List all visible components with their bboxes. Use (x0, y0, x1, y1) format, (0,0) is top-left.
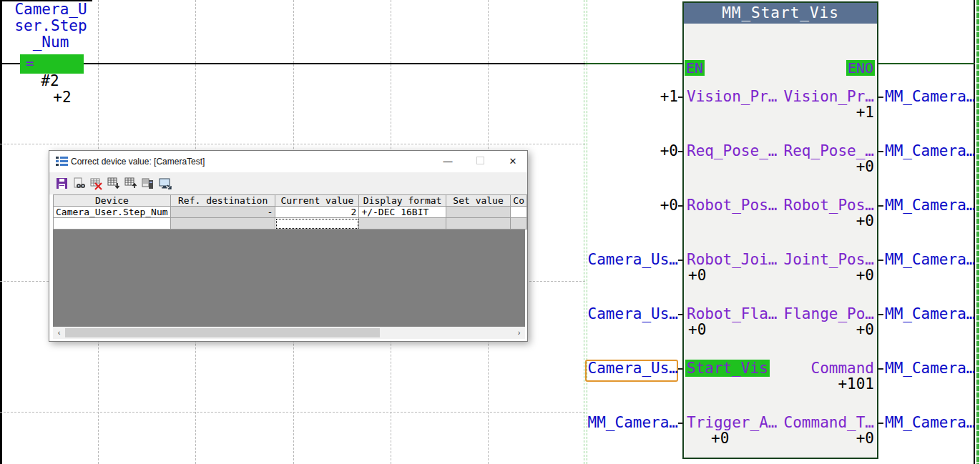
rung-line-green (585, 63, 683, 64)
close-button[interactable]: ✕ (497, 151, 529, 172)
table-background-area (53, 229, 525, 327)
dialog-titlebar[interactable]: Correct device value: [CameraTest] — ✕ (49, 151, 527, 172)
fb-output-pin[interactable]: Vision_Pr… (744, 88, 874, 105)
pin-connector (878, 205, 883, 207)
horizontal-scrollbar[interactable]: ‹ › (53, 327, 525, 339)
dialog-app-icon (56, 156, 68, 167)
col-display-format: Display format (359, 195, 446, 207)
cell-set-value-empty (446, 218, 511, 229)
delete-row-icon[interactable] (90, 177, 103, 190)
fb-output-pin[interactable]: Command (744, 360, 874, 377)
page-break-line-horizontal (0, 412, 585, 413)
ladder-wrap-rail (584, 0, 587, 464)
pin-connector (678, 368, 683, 370)
col-ref-destination: Ref. destination (170, 195, 275, 207)
scroll-left-arrow[interactable]: ‹ (53, 327, 65, 339)
scrollbar-thumb[interactable] (65, 328, 380, 337)
rung-line-green (878, 63, 975, 64)
pin-connector (878, 314, 883, 315)
pin-connector (678, 260, 683, 261)
compare-contact[interactable]: = (20, 54, 84, 74)
pin-connector (878, 260, 883, 261)
pin-connector (878, 368, 883, 370)
right-power-rail (974, 0, 975, 464)
fb-output-operand[interactable]: MM_Camera… (885, 88, 975, 105)
pin-connector (678, 205, 683, 207)
pin-connector (678, 423, 683, 424)
correct-device-value-dialog[interactable]: Correct device value: [CameraTest] — ✕ (49, 150, 528, 342)
save-icon[interactable] (56, 177, 69, 190)
fb-output-operand[interactable]: MM_Camera… (885, 305, 975, 322)
fb-output-pin[interactable]: Flange_Po… (744, 305, 874, 322)
fb-output-pin-value: +0 (744, 321, 874, 338)
fb-output-pin-value: +0 (744, 158, 874, 175)
fb-output-operand[interactable]: MM_Camera… (885, 414, 975, 431)
pin-connector (678, 151, 683, 152)
fb-input-pin-value: +0 (688, 267, 706, 284)
minimize-button[interactable]: — (432, 151, 464, 172)
maximize-button (464, 151, 496, 172)
cell-set-value[interactable] (446, 207, 511, 218)
fb-output-operand[interactable]: MM_Camera… (885, 360, 975, 377)
compare-operand[interactable]: #2 (34, 72, 67, 89)
fb-input-operand[interactable]: +1 (494, 88, 678, 105)
fb-output-pin-value: +0 (744, 267, 874, 284)
en-pin: EN (685, 60, 705, 76)
eno-pin: ENO (846, 60, 875, 76)
compare-monitor-value: +2 (46, 89, 79, 106)
cell-comment (511, 207, 527, 218)
fb-output-pin[interactable]: Command_T… (744, 414, 874, 431)
right-green-rail (976, 0, 979, 464)
table-row-empty (54, 218, 527, 229)
scroll-right-arrow[interactable]: › (513, 327, 525, 339)
read-from-file-icon[interactable] (73, 177, 86, 190)
col-comment-clipped: Co (511, 195, 527, 207)
fb-output-pin-value: +1 (744, 104, 874, 121)
fb-output-pin[interactable]: Robot_Pos… (744, 197, 874, 214)
col-device: Device (54, 195, 171, 207)
compare-operator: = (26, 55, 34, 71)
monitor-display-icon[interactable] (159, 177, 172, 190)
write-table-icon[interactable] (124, 177, 137, 190)
table-row: Camera_User.Step_Num - 2 +/-DEC 16BIT (54, 207, 527, 218)
cell-comment-empty (511, 218, 527, 229)
cell-device-empty[interactable] (54, 218, 171, 229)
fb-output-pin[interactable]: Req_Pose_… (744, 142, 874, 159)
register-device-icon[interactable] (142, 177, 155, 190)
cell-display-format[interactable]: +/-DEC 16BIT (359, 207, 446, 218)
cell-device[interactable]: Camera_User.Step_Num (54, 207, 171, 218)
contact-device-label[interactable]: Camera_U ser.Step _Num (9, 1, 93, 51)
pin-connector (878, 423, 883, 424)
left-power-rail (0, 0, 2, 464)
fb-input-pin-value: +0 (688, 321, 706, 338)
dialog-toolbar (49, 172, 527, 194)
dialog-title: Correct device value: [CameraTest] (71, 151, 205, 172)
fb-output-pin-value: +0 (744, 430, 874, 447)
fb-output-pin-value: +0 (744, 212, 874, 229)
pin-connector (878, 97, 883, 98)
read-table-icon[interactable] (107, 177, 120, 190)
col-current-value: Current value (275, 195, 359, 207)
pin-connector (678, 97, 683, 98)
fb-output-operand[interactable]: MM_Camera… (885, 142, 975, 159)
fb-input-operand[interactable]: MM_Camera… (494, 414, 678, 431)
cell-current-value-focused[interactable] (275, 218, 359, 229)
device-table: Device Ref. destination Current value Di… (53, 194, 527, 229)
fb-output-pin-value: +101 (744, 375, 874, 393)
fb-input-operand-selected[interactable]: Camera_Us… (494, 360, 678, 377)
cell-ref-destination: - (170, 207, 275, 218)
col-set-value: Set value (446, 195, 511, 207)
function-block-title: MM_Start_Vis (684, 3, 877, 24)
fb-output-pin[interactable]: Joint_Pos… (744, 251, 874, 268)
cell-display-format-empty (359, 218, 446, 229)
pin-connector (878, 151, 883, 152)
cell-ref-destination-empty (170, 218, 275, 229)
device-table-header: Device Ref. destination Current value Di… (54, 195, 527, 207)
fb-output-operand[interactable]: MM_Camera… (885, 251, 975, 268)
rung-line (1, 63, 585, 64)
fb-output-operand[interactable]: MM_Camera… (885, 197, 975, 214)
pin-connector (678, 314, 683, 315)
cell-current-value[interactable]: 2 (275, 207, 359, 218)
fb-input-pin-value: +0 (711, 430, 729, 447)
